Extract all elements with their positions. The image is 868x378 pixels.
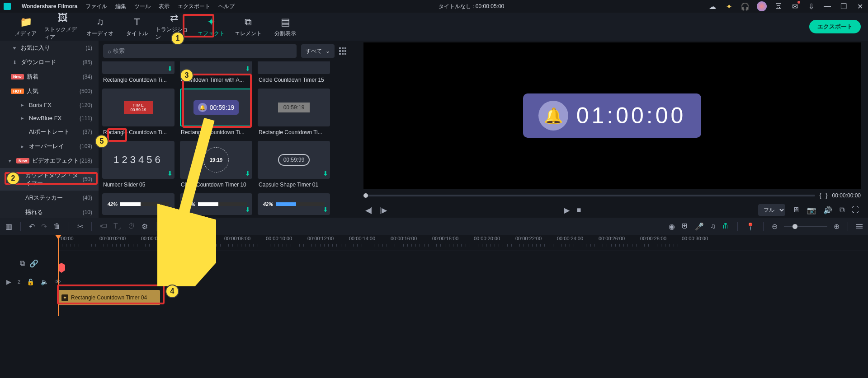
sidebar-hot[interactable]: HOT人気(500): [0, 84, 99, 98]
message-icon[interactable]: ✉: [790, 2, 799, 11]
sidebar-new[interactable]: New新着(34): [0, 70, 99, 84]
menu-export[interactable]: エクスポート: [178, 3, 210, 10]
pip-icon[interactable]: ⧉: [840, 206, 844, 214]
voiceover-icon[interactable]: 🎤: [695, 222, 704, 231]
track-link-icon[interactable]: 🔗: [29, 259, 38, 268]
ribbon-audio[interactable]: ♫オーディオ: [81, 16, 118, 37]
preview-quality-select[interactable]: フル: [758, 204, 785, 216]
idea-icon[interactable]: ✦: [724, 2, 733, 11]
redo-icon[interactable]: ↷: [41, 222, 47, 231]
effect-thumb[interactable]: ◆ 123456⬇ Number Slider 05: [102, 141, 175, 191]
save-icon[interactable]: 🖫: [774, 2, 783, 11]
ribbon-effect[interactable]: ✦エフェクト: [193, 16, 230, 37]
effect-thumb[interactable]: ◆42%⬇: [180, 193, 252, 215]
add-marker-icon[interactable]: 📍: [746, 222, 755, 231]
zoom-slider[interactable]: [784, 226, 827, 227]
menu-tool[interactable]: ツール: [134, 3, 151, 10]
effect-thumb[interactable]: 42%: [102, 193, 175, 215]
ribbon-title[interactable]: Tタイトル: [118, 16, 156, 37]
zoom-out-icon[interactable]: ⊖: [772, 222, 778, 231]
support-icon[interactable]: 🎧: [741, 2, 750, 11]
fullscreen-icon[interactable]: ⛶: [852, 206, 859, 214]
tl-menu-icon[interactable]: ▥: [5, 222, 12, 231]
search-icon: ⌕: [108, 48, 111, 55]
menu-view[interactable]: 表示: [159, 3, 170, 10]
timeline-track[interactable]: ✦ Rectangle Countdown Timer 04: [58, 290, 868, 305]
effect-thumb[interactable]: 00:59:19 Rectangle Countdown Ti...: [258, 89, 330, 138]
mark-in-icon[interactable]: {: [820, 192, 821, 199]
next-frame-icon[interactable]: |▶: [380, 206, 387, 215]
snapshot-icon[interactable]: 📷: [807, 206, 816, 215]
sidebar-aiportrait[interactable]: AIポートレート(37): [0, 125, 99, 139]
sidebar-shake[interactable]: 揺れる(10): [0, 205, 99, 218]
export-button[interactable]: エクスポート: [809, 20, 861, 33]
mark-out-icon[interactable]: }: [826, 192, 828, 199]
adjust-icon[interactable]: ⚙: [142, 222, 148, 231]
sidebar-arsticker[interactable]: ARステッカー(40): [0, 191, 99, 205]
audio-mixer-icon[interactable]: ♫: [710, 222, 716, 230]
sidebar-videoeffect[interactable]: ▾Newビデオエフェクト(218): [0, 154, 99, 168]
ribbon-split[interactable]: ▤分割表示: [267, 16, 304, 37]
play-icon[interactable]: ▶: [564, 206, 570, 215]
green-screen-icon[interactable]: ◎: [177, 222, 184, 231]
ribbon-stock[interactable]: 🖼ストックメディア: [44, 12, 81, 41]
track-lock-icon[interactable]: 🔒: [27, 278, 34, 285]
sidebar-fav[interactable]: ♥お気に入り(1): [0, 41, 99, 55]
effect-thumb[interactable]: 00:59:99⬇ Capsule Shape Timer 01: [258, 141, 330, 191]
effect-thumb[interactable]: 42%⬇: [258, 193, 330, 215]
display-icon[interactable]: 🖥: [793, 206, 800, 214]
text-split-icon[interactable]: T⸝: [113, 222, 122, 230]
timeline-ruler[interactable]: :00:0000:00:02:0000:00:04:0000:00:06:000…: [58, 235, 868, 251]
grid-view-icon[interactable]: [339, 47, 346, 55]
menu-help[interactable]: ヘルプ: [218, 3, 235, 10]
marker-shield-icon[interactable]: ⛨: [681, 222, 689, 230]
zoom-fit-icon[interactable]: [856, 224, 863, 229]
sidebar-countdown-timer[interactable]: カウントダウン・タイマー(50): [0, 168, 99, 191]
avatar[interactable]: [757, 1, 767, 11]
track-video-icon[interactable]: ▶: [6, 278, 11, 285]
track-manage-icon[interactable]: ⧉: [20, 259, 25, 267]
menu-file[interactable]: ファイル: [85, 3, 107, 10]
render-icon[interactable]: ◉: [669, 222, 675, 231]
zoom-in-icon[interactable]: ⊕: [834, 222, 840, 231]
sidebar-download[interactable]: ⬇ダウンロード(85): [0, 55, 99, 70]
sidebar-overlay[interactable]: ▸オーバーレイ(109): [0, 139, 99, 154]
voice-icon[interactable]: ⇩: [807, 2, 816, 11]
ribbon-transition[interactable]: ⇄トランジション: [156, 12, 193, 41]
stop-icon[interactable]: ■: [577, 206, 581, 214]
speed-icon[interactable]: ⏱: [128, 222, 135, 230]
minimize-icon[interactable]: ―: [823, 2, 832, 11]
preview-seek-bar[interactable]: [363, 195, 815, 196]
ribbon-element[interactable]: ⧉エレメント: [230, 16, 267, 37]
timeline-marker[interactable]: [58, 263, 65, 273]
prev-frame-icon[interactable]: ◀|: [365, 206, 373, 215]
ribbon-media[interactable]: 📁メディア: [7, 16, 44, 37]
menu-edit[interactable]: 編集: [115, 3, 126, 10]
delete-icon[interactable]: 🗑: [53, 222, 61, 230]
effect-thumb[interactable]: TIME00:59:19 Rectangle Countdown Ti...: [102, 89, 175, 138]
filter-dropdown[interactable]: すべて⌄: [301, 44, 335, 58]
effect-category-sidebar: ♥お気に入り(1) ⬇ダウンロード(85) New新着(34) HOT人気(50…: [0, 41, 99, 218]
effect-thumb[interactable]: ⬇Countdown Timer with A...: [180, 61, 252, 86]
effect-thumb[interactable]: ⬇Rectangle Countdown Ti...: [102, 61, 175, 86]
effect-thumb-rect-04[interactable]: 🔔00:59:19 Rectangle Countdown Ti...: [180, 89, 252, 138]
preview-panel: 🔔 01:00:00 { } 00:00:00:00 ◀| |▶ ▶ ■ フル …: [351, 41, 868, 218]
sidebar-newblue[interactable]: ▸NewBlue FX(111): [0, 112, 99, 125]
effect-thumb[interactable]: Circle Countdown Timer 15: [258, 61, 330, 86]
cloud-icon[interactable]: ☁: [708, 2, 717, 11]
color-icon[interactable]: ◐: [165, 222, 171, 231]
effect-thumb[interactable]: 19:19⬇ Circle Countdown Timer 10: [180, 141, 252, 191]
maximize-icon[interactable]: ❐: [839, 2, 848, 11]
timeline-clip[interactable]: ✦ Rectangle Countdown Timer 04: [58, 290, 160, 305]
playhead[interactable]: [58, 235, 59, 316]
sidebar-borisfx[interactable]: ▸Boris FX(120): [0, 98, 99, 112]
undo-icon[interactable]: ↶: [29, 222, 35, 231]
cut-icon[interactable]: ✂: [77, 222, 83, 231]
snap-icon[interactable]: ⫚: [722, 222, 729, 230]
tag-icon[interactable]: 🏷: [100, 222, 107, 230]
volume-icon[interactable]: 🔊: [823, 206, 832, 215]
close-icon[interactable]: ✕: [855, 2, 864, 11]
preview-viewport[interactable]: 🔔 01:00:00: [363, 42, 861, 189]
track-mute-icon[interactable]: 🔈: [41, 278, 48, 285]
search-input[interactable]: ⌕ 検索: [103, 44, 297, 58]
